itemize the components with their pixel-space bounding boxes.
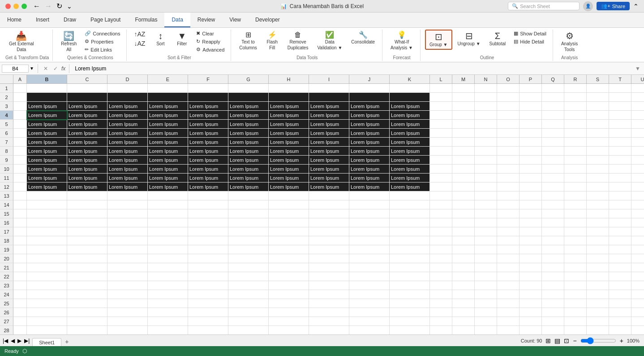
zoom-plus-icon[interactable]: + <box>620 337 623 344</box>
col-header[interactable]: K <box>390 75 430 84</box>
cell[interactable] <box>13 182 27 191</box>
cell[interactable] <box>587 111 609 120</box>
row-header[interactable]: 14 <box>0 200 13 209</box>
cell[interactable] <box>309 263 349 272</box>
row-header[interactable]: 23 <box>0 281 13 290</box>
cell[interactable] <box>430 84 452 93</box>
row-header[interactable]: 20 <box>0 254 13 263</box>
cell[interactable] <box>269 317 309 326</box>
cell[interactable] <box>587 236 609 245</box>
cell[interactable] <box>349 227 390 236</box>
cell[interactable] <box>542 236 564 245</box>
cell[interactable] <box>148 245 188 254</box>
cell[interactable] <box>497 218 519 227</box>
cell[interactable] <box>390 263 430 272</box>
cell[interactable] <box>188 254 228 263</box>
cell[interactable] <box>188 326 228 334</box>
cell[interactable] <box>452 218 475 227</box>
minimize-button[interactable] <box>13 4 19 9</box>
sheet-nav-prev[interactable]: ◀ <box>10 337 16 345</box>
cell[interactable] <box>349 84 390 93</box>
cell[interactable] <box>631 281 644 290</box>
cell[interactable] <box>188 317 228 326</box>
cell[interactable] <box>228 209 269 218</box>
cell[interactable] <box>13 111 27 120</box>
cell[interactable] <box>609 272 631 281</box>
cell[interactable] <box>452 93 475 102</box>
cell[interactable]: Lorem Ipsum <box>107 102 148 111</box>
cell[interactable] <box>564 165 587 174</box>
cell[interactable] <box>475 84 497 93</box>
cell[interactable]: Lorem Ipsum <box>148 138 188 147</box>
cell[interactable] <box>390 308 430 317</box>
row-header[interactable]: 24 <box>0 290 13 299</box>
cell[interactable] <box>609 326 631 334</box>
cell[interactable] <box>631 218 644 227</box>
add-sheet-button[interactable]: + <box>61 337 72 347</box>
cell[interactable]: Lorem Ipsum <box>148 156 188 165</box>
cell[interactable] <box>609 254 631 263</box>
cell[interactable] <box>27 290 67 299</box>
cell[interactable] <box>13 218 27 227</box>
cell[interactable] <box>13 290 27 299</box>
cell[interactable] <box>497 254 519 263</box>
cell[interactable] <box>475 120 497 129</box>
cell[interactable] <box>497 200 519 209</box>
cell[interactable] <box>430 227 452 236</box>
cell[interactable] <box>564 218 587 227</box>
cell[interactable]: Lorem Ipsum <box>390 138 430 147</box>
cell[interactable]: Lorem Ipsum <box>390 156 430 165</box>
cell[interactable] <box>609 200 631 209</box>
page-layout-view-icon[interactable]: ▤ <box>554 337 560 344</box>
cell[interactable] <box>27 254 67 263</box>
cell[interactable] <box>188 191 228 200</box>
cell[interactable] <box>13 317 27 326</box>
cell[interactable] <box>269 191 309 200</box>
cell[interactable]: Lorem Ipsum <box>27 147 67 156</box>
cell[interactable] <box>309 218 349 227</box>
cell[interactable] <box>430 326 452 334</box>
cell[interactable]: Lorem Ipsum <box>27 102 67 111</box>
cell[interactable] <box>430 254 452 263</box>
cell[interactable] <box>228 236 269 245</box>
sheet-nav-last[interactable]: ▶| <box>23 337 30 345</box>
sort-za-button[interactable]: ↓AZ <box>131 39 148 48</box>
cell[interactable] <box>564 272 587 281</box>
cell[interactable] <box>609 102 631 111</box>
cell[interactable] <box>148 93 188 102</box>
cell[interactable] <box>519 93 542 102</box>
sheet-nav-next[interactable]: ▶ <box>17 337 22 345</box>
cell[interactable] <box>228 272 269 281</box>
cell[interactable]: Lorem Ipsum <box>107 138 148 147</box>
cell[interactable] <box>228 290 269 299</box>
cell[interactable]: Lorem Ipsum <box>390 182 430 191</box>
cell[interactable] <box>107 272 148 281</box>
cell[interactable] <box>519 182 542 191</box>
cell[interactable] <box>609 263 631 272</box>
cell[interactable] <box>587 326 609 334</box>
cell[interactable] <box>497 236 519 245</box>
cell[interactable] <box>542 209 564 218</box>
cell[interactable] <box>497 93 519 102</box>
cell[interactable] <box>188 93 228 102</box>
cell[interactable] <box>631 102 644 111</box>
share-button[interactable]: 👥+ Share <box>597 2 630 10</box>
cell[interactable] <box>587 245 609 254</box>
cell[interactable] <box>587 254 609 263</box>
cell[interactable] <box>542 218 564 227</box>
cell[interactable]: Lorem Ipsum <box>269 182 309 191</box>
cell[interactable] <box>228 254 269 263</box>
cell[interactable] <box>148 299 188 308</box>
cell[interactable] <box>148 227 188 236</box>
cell[interactable] <box>309 299 349 308</box>
row-header[interactable]: 28 <box>0 326 13 334</box>
cell[interactable] <box>430 236 452 245</box>
row-header[interactable]: 9 <box>0 156 13 165</box>
cell[interactable]: Lorem Ipsum <box>67 120 107 129</box>
cell[interactable]: Lorem Ipsum <box>188 182 228 191</box>
cell[interactable] <box>564 147 587 156</box>
cell[interactable]: Lorem Ipsum <box>228 156 269 165</box>
cell[interactable]: Lorem Ipsum <box>107 165 148 174</box>
cell[interactable] <box>497 308 519 317</box>
cell[interactable] <box>497 317 519 326</box>
